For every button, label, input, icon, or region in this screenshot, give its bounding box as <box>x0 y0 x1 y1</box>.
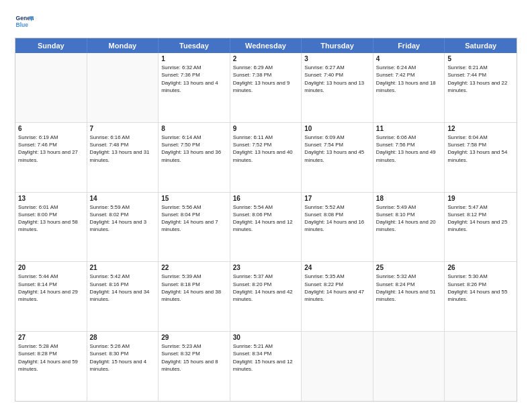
calendar-cell: 8Sunrise: 6:14 AM Sunset: 7:50 PM Daylig… <box>159 123 230 192</box>
calendar-cell: 25Sunrise: 5:32 AM Sunset: 8:24 PM Dayli… <box>373 262 445 331</box>
calendar-cell: 29Sunrise: 5:23 AM Sunset: 8:32 PM Dayli… <box>159 332 230 401</box>
day-number: 18 <box>376 195 442 202</box>
sun-info: Sunrise: 5:42 AM Sunset: 8:16 PM Dayligh… <box>90 273 156 303</box>
sun-info: Sunrise: 6:14 AM Sunset: 7:50 PM Dayligh… <box>161 134 227 164</box>
calendar-cell: 22Sunrise: 5:39 AM Sunset: 8:18 PM Dayli… <box>159 262 230 331</box>
sun-info: Sunrise: 6:06 AM Sunset: 7:56 PM Dayligh… <box>376 134 442 164</box>
calendar-cell: 27Sunrise: 5:28 AM Sunset: 8:28 PM Dayli… <box>15 332 87 401</box>
day-number: 9 <box>233 125 299 132</box>
day-number: 11 <box>376 125 442 132</box>
calendar-cell: 11Sunrise: 6:06 AM Sunset: 7:56 PM Dayli… <box>373 123 445 192</box>
sun-info: Sunrise: 5:37 AM Sunset: 8:20 PM Dayligh… <box>233 273 299 303</box>
sun-info: Sunrise: 6:11 AM Sunset: 7:52 PM Dayligh… <box>233 134 299 164</box>
calendar-cell: 24Sunrise: 5:35 AM Sunset: 8:22 PM Dayli… <box>302 262 373 331</box>
calendar-cell: 12Sunrise: 6:04 AM Sunset: 7:58 PM Dayli… <box>445 123 517 192</box>
calendar-cell: 28Sunrise: 5:26 AM Sunset: 8:30 PM Dayli… <box>87 332 159 401</box>
sun-info: Sunrise: 5:32 AM Sunset: 8:24 PM Dayligh… <box>376 273 442 303</box>
day-number: 7 <box>90 125 156 132</box>
calendar-cell: 13Sunrise: 6:01 AM Sunset: 8:00 PM Dayli… <box>15 193 87 262</box>
sun-info: Sunrise: 6:19 AM Sunset: 7:46 PM Dayligh… <box>18 134 84 164</box>
day-number: 23 <box>233 264 299 271</box>
svg-text:Blue: Blue <box>16 21 29 28</box>
weekday-header: Thursday <box>302 38 373 53</box>
calendar-cell <box>445 332 517 401</box>
calendar-cell: 9Sunrise: 6:11 AM Sunset: 7:52 PM Daylig… <box>230 123 302 192</box>
calendar-cell: 19Sunrise: 5:47 AM Sunset: 8:12 PM Dayli… <box>445 193 517 262</box>
day-number: 30 <box>233 334 299 341</box>
day-number: 24 <box>304 264 370 271</box>
weekday-header: Tuesday <box>159 38 230 53</box>
calendar-cell: 1Sunrise: 6:32 AM Sunset: 7:36 PM Daylig… <box>159 53 230 122</box>
sun-info: Sunrise: 6:21 AM Sunset: 7:44 PM Dayligh… <box>447 64 514 94</box>
calendar-cell: 21Sunrise: 5:42 AM Sunset: 8:16 PM Dayli… <box>87 262 159 331</box>
logo: General Blue <box>15 12 34 31</box>
calendar-row: 20Sunrise: 5:44 AM Sunset: 8:14 PM Dayli… <box>15 262 517 332</box>
day-number: 20 <box>18 264 84 271</box>
calendar-row: 13Sunrise: 6:01 AM Sunset: 8:00 PM Dayli… <box>15 193 517 263</box>
sun-info: Sunrise: 6:29 AM Sunset: 7:38 PM Dayligh… <box>233 64 299 94</box>
day-number: 26 <box>447 264 514 271</box>
sun-info: Sunrise: 5:39 AM Sunset: 8:18 PM Dayligh… <box>161 273 227 303</box>
day-number: 6 <box>18 125 84 132</box>
calendar-cell: 20Sunrise: 5:44 AM Sunset: 8:14 PM Dayli… <box>15 262 87 331</box>
calendar-row: 27Sunrise: 5:28 AM Sunset: 8:28 PM Dayli… <box>15 332 517 401</box>
header: General Blue <box>15 12 517 31</box>
calendar-cell: 4Sunrise: 6:24 AM Sunset: 7:42 PM Daylig… <box>373 53 445 122</box>
calendar-cell: 2Sunrise: 6:29 AM Sunset: 7:38 PM Daylig… <box>230 53 302 122</box>
calendar: SundayMondayTuesdayWednesdayThursdayFrid… <box>15 38 517 402</box>
day-number: 8 <box>161 125 227 132</box>
sun-info: Sunrise: 5:47 AM Sunset: 8:12 PM Dayligh… <box>447 203 514 234</box>
calendar-row: 1Sunrise: 6:32 AM Sunset: 7:36 PM Daylig… <box>15 53 517 123</box>
sun-info: Sunrise: 5:28 AM Sunset: 8:28 PM Dayligh… <box>18 342 84 373</box>
sun-info: Sunrise: 5:56 AM Sunset: 8:04 PM Dayligh… <box>161 203 227 234</box>
day-number: 2 <box>233 55 299 62</box>
day-number: 27 <box>18 334 84 341</box>
day-number: 21 <box>90 264 156 271</box>
calendar-cell: 23Sunrise: 5:37 AM Sunset: 8:20 PM Dayli… <box>230 262 302 331</box>
sun-info: Sunrise: 5:54 AM Sunset: 8:06 PM Dayligh… <box>233 203 299 234</box>
sun-info: Sunrise: 6:24 AM Sunset: 7:42 PM Dayligh… <box>376 64 442 94</box>
calendar-cell: 16Sunrise: 5:54 AM Sunset: 8:06 PM Dayli… <box>230 193 302 262</box>
calendar-cell: 15Sunrise: 5:56 AM Sunset: 8:04 PM Dayli… <box>159 193 230 262</box>
sun-info: Sunrise: 5:23 AM Sunset: 8:32 PM Dayligh… <box>161 342 227 373</box>
calendar-cell: 17Sunrise: 5:52 AM Sunset: 8:08 PM Dayli… <box>302 193 373 262</box>
calendar-cell <box>373 332 445 401</box>
day-number: 17 <box>304 195 370 202</box>
day-number: 22 <box>161 264 227 271</box>
weekday-header: Sunday <box>15 38 87 53</box>
sun-info: Sunrise: 5:59 AM Sunset: 8:02 PM Dayligh… <box>90 203 156 234</box>
day-number: 29 <box>161 334 227 341</box>
day-number: 12 <box>447 125 514 132</box>
calendar-cell <box>302 332 373 401</box>
day-number: 14 <box>90 195 156 202</box>
sun-info: Sunrise: 5:26 AM Sunset: 8:30 PM Dayligh… <box>90 342 156 373</box>
calendar-cell <box>87 53 159 122</box>
calendar-body: 1Sunrise: 6:32 AM Sunset: 7:36 PM Daylig… <box>15 53 517 401</box>
calendar-cell: 30Sunrise: 5:21 AM Sunset: 8:34 PM Dayli… <box>230 332 302 401</box>
weekday-header: Saturday <box>445 38 517 53</box>
sun-info: Sunrise: 6:01 AM Sunset: 8:00 PM Dayligh… <box>18 203 84 234</box>
day-number: 15 <box>161 195 227 202</box>
sun-info: Sunrise: 5:49 AM Sunset: 8:10 PM Dayligh… <box>376 203 442 234</box>
sun-info: Sunrise: 5:44 AM Sunset: 8:14 PM Dayligh… <box>18 273 84 303</box>
day-number: 19 <box>447 195 514 202</box>
day-number: 10 <box>304 125 370 132</box>
day-number: 3 <box>304 55 370 62</box>
weekday-header: Monday <box>87 38 159 53</box>
day-number: 1 <box>161 55 227 62</box>
sun-info: Sunrise: 5:30 AM Sunset: 8:26 PM Dayligh… <box>447 273 514 303</box>
sun-info: Sunrise: 6:32 AM Sunset: 7:36 PM Dayligh… <box>161 64 227 94</box>
sun-info: Sunrise: 6:09 AM Sunset: 7:54 PM Dayligh… <box>304 134 370 164</box>
calendar-cell: 18Sunrise: 5:49 AM Sunset: 8:10 PM Dayli… <box>373 193 445 262</box>
day-number: 16 <box>233 195 299 202</box>
day-number: 28 <box>90 334 156 341</box>
day-number: 13 <box>18 195 84 202</box>
calendar-cell: 26Sunrise: 5:30 AM Sunset: 8:26 PM Dayli… <box>445 262 517 331</box>
calendar-cell: 3Sunrise: 6:27 AM Sunset: 7:40 PM Daylig… <box>302 53 373 122</box>
sun-info: Sunrise: 6:16 AM Sunset: 7:48 PM Dayligh… <box>90 134 156 164</box>
day-number: 5 <box>447 55 514 62</box>
sun-info: Sunrise: 5:35 AM Sunset: 8:22 PM Dayligh… <box>304 273 370 303</box>
calendar-cell: 7Sunrise: 6:16 AM Sunset: 7:48 PM Daylig… <box>87 123 159 192</box>
sun-info: Sunrise: 5:52 AM Sunset: 8:08 PM Dayligh… <box>304 203 370 234</box>
day-number: 25 <box>376 264 442 271</box>
